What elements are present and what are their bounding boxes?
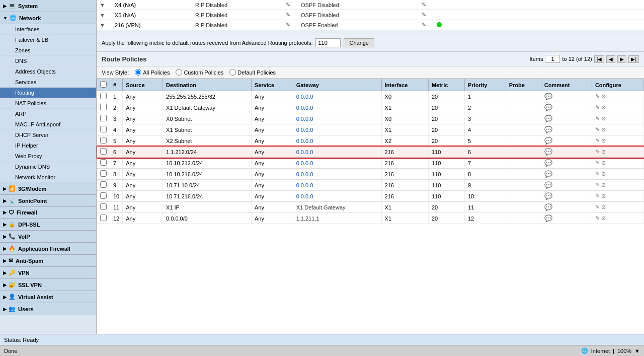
comment-icon[interactable]: 💬 xyxy=(544,192,552,200)
row-6-checkbox[interactable] xyxy=(100,148,107,155)
prev-page-button[interactable]: ◀ xyxy=(606,55,615,63)
row-checkbox-6[interactable] xyxy=(97,147,110,158)
change-button[interactable]: Change xyxy=(344,38,374,47)
row-7-comment[interactable]: 💬 xyxy=(541,158,592,169)
metric-input[interactable] xyxy=(315,38,341,47)
comment-icon[interactable]: 💬 xyxy=(544,203,552,211)
216-rip-edit-icon[interactable]: ✎ xyxy=(286,22,290,28)
row-checkbox-2[interactable] xyxy=(97,102,110,113)
row-12-checkbox[interactable] xyxy=(100,215,107,221)
row-3-checkbox[interactable] xyxy=(100,115,107,121)
sidebar-item-address-objects[interactable]: Address Objects xyxy=(0,66,96,77)
row-checkbox-10[interactable] xyxy=(97,191,110,202)
sidebar-item-failover-lb[interactable]: Failover & LB xyxy=(0,35,96,45)
x5-rip-edit-icon[interactable]: ✎ xyxy=(286,12,290,18)
x4-rip-edit-icon[interactable]: ✎ xyxy=(286,2,290,8)
sidebar-group-voip-header[interactable]: ▶ 📞 VoIP xyxy=(0,231,96,243)
view-all-radio[interactable] xyxy=(135,69,141,76)
row-checkbox-1[interactable] xyxy=(97,91,110,102)
row-checkbox-7[interactable] xyxy=(97,158,110,169)
sidebar-item-nat-policies[interactable]: NAT Policies xyxy=(0,98,96,109)
delete-icon-5[interactable]: ⊘ xyxy=(601,137,606,144)
delete-icon-4[interactable]: ⊘ xyxy=(601,126,606,133)
row-8-comment[interactable]: 💬 xyxy=(541,169,592,180)
row-checkbox-4[interactable] xyxy=(97,124,110,135)
edit-icon-1[interactable]: ✎ xyxy=(595,93,600,100)
row-12-comment[interactable]: 💬 xyxy=(541,213,592,224)
header-checkbox[interactable] xyxy=(97,79,110,91)
x4-ospf-edit-icon[interactable]: ✎ xyxy=(422,2,426,8)
row-5-checkbox[interactable] xyxy=(100,137,107,144)
edit-icon-7[interactable]: ✎ xyxy=(595,160,600,166)
next-page-button[interactable]: ▶ xyxy=(617,55,626,63)
delete-icon-3[interactable]: ⊘ xyxy=(601,115,606,122)
edit-icon-2[interactable]: ✎ xyxy=(595,104,600,111)
sidebar-group-system-header[interactable]: ▶ 💻 System xyxy=(0,0,96,12)
delete-icon-6[interactable]: ⊘ xyxy=(601,149,606,155)
row-checkbox-9[interactable] xyxy=(97,180,110,191)
comment-icon[interactable]: 💬 xyxy=(544,148,552,156)
comment-icon[interactable]: 💬 xyxy=(544,115,552,122)
sidebar-item-zones[interactable]: Zones xyxy=(0,45,96,56)
comment-icon[interactable]: 💬 xyxy=(544,137,552,145)
comment-icon[interactable]: 💬 xyxy=(544,170,552,178)
edit-icon-6[interactable]: ✎ xyxy=(595,149,600,155)
view-all-policies-option[interactable]: All Policies xyxy=(135,69,170,76)
sidebar-item-web-proxy[interactable]: Web Proxy xyxy=(0,151,96,162)
delete-icon-8[interactable]: ⊘ xyxy=(601,171,606,177)
sidebar-item-arp[interactable]: ARP xyxy=(0,109,96,119)
edit-icon-12[interactable]: ✎ xyxy=(595,215,600,222)
delete-icon-2[interactable]: ⊘ xyxy=(601,104,606,111)
sidebar-item-interfaces[interactable]: Interfaces xyxy=(0,24,96,35)
row-9-comment[interactable]: 💬 xyxy=(541,180,592,191)
view-default-radio[interactable] xyxy=(229,69,236,76)
row-11-checkbox[interactable] xyxy=(100,203,107,210)
sidebar-group-app-firewall-header[interactable]: ▶ 🔥 Application Firewall xyxy=(0,243,96,255)
row-checkbox-12[interactable] xyxy=(97,213,110,224)
sidebar-item-network-monitor[interactable]: Network Monitor xyxy=(0,172,96,183)
comment-icon[interactable]: 💬 xyxy=(544,215,552,222)
sidebar-group-users-header[interactable]: ▶ 👥 Users xyxy=(0,303,96,315)
view-default-policies-option[interactable]: Default Policies xyxy=(229,69,276,76)
delete-icon-7[interactable]: ⊘ xyxy=(601,160,606,166)
page-input[interactable] xyxy=(545,55,560,63)
sidebar-group-network-header[interactable]: ▼ 🌐 Network xyxy=(0,12,96,24)
sidebar-item-dhcp-server[interactable]: DHCP Server xyxy=(0,130,96,140)
row-10-comment[interactable]: 💬 xyxy=(541,191,592,202)
row-checkbox-3[interactable] xyxy=(97,113,110,124)
row-10-checkbox[interactable] xyxy=(100,192,107,199)
sidebar-group-3g-header[interactable]: ▶ 📶 3G/Modem xyxy=(0,183,96,195)
216-ospf-edit-icon[interactable]: ✎ xyxy=(422,22,426,28)
delete-icon-11[interactable]: ⊘ xyxy=(601,204,606,210)
edit-icon-4[interactable]: ✎ xyxy=(595,126,600,133)
sidebar-item-mac-ip-anti-spoof[interactable]: MAC-IP Anti-spoof xyxy=(0,119,96,130)
comment-icon[interactable]: 💬 xyxy=(544,104,552,111)
select-all-checkbox[interactable] xyxy=(100,81,107,88)
sidebar-group-ssl-vpn-header[interactable]: ▶ 🔐 SSL VPN xyxy=(0,279,96,291)
sidebar-group-firewall-header[interactable]: ▶ 🛡 Firewall xyxy=(0,207,96,219)
sidebar-item-dns[interactable]: DNS xyxy=(0,56,96,66)
row-6-comment[interactable]: 💬 xyxy=(541,147,592,158)
delete-icon-12[interactable]: ⊘ xyxy=(601,215,606,222)
row-checkbox-8[interactable] xyxy=(97,169,110,180)
edit-icon-5[interactable]: ✎ xyxy=(595,137,600,144)
sidebar-group-dpi-ssl-header[interactable]: ▶ 🔒 DPI-SSL xyxy=(0,219,96,231)
row-2-checkbox[interactable] xyxy=(100,104,107,110)
last-page-button[interactable]: ▶| xyxy=(628,55,639,63)
first-page-button[interactable]: |◀ xyxy=(594,55,605,63)
row-4-checkbox[interactable] xyxy=(100,126,107,132)
sidebar-group-vpn-header[interactable]: ▶ 🔑 VPN xyxy=(0,267,96,279)
comment-icon[interactable]: 💬 xyxy=(544,93,552,100)
comment-icon[interactable]: 💬 xyxy=(544,126,552,133)
row-5-comment[interactable]: 💬 xyxy=(541,135,592,147)
edit-icon-10[interactable]: ✎ xyxy=(595,193,600,199)
sidebar-group-virtual-assist-header[interactable]: ▶ 👤 Virtual Assist xyxy=(0,291,96,303)
row-1-checkbox[interactable] xyxy=(100,93,107,99)
x5-ospf-edit-icon[interactable]: ✎ xyxy=(422,12,426,18)
row-8-checkbox[interactable] xyxy=(100,170,107,177)
row-1-comment[interactable]: 💬 xyxy=(541,91,592,102)
row-4-comment[interactable]: 💬 xyxy=(541,124,592,135)
sidebar-group-sonicpoint-header[interactable]: ▶ 📡 SonicPoint xyxy=(0,195,96,207)
delete-icon-10[interactable]: ⊘ xyxy=(601,193,606,199)
delete-icon-1[interactable]: ⊘ xyxy=(601,93,606,100)
